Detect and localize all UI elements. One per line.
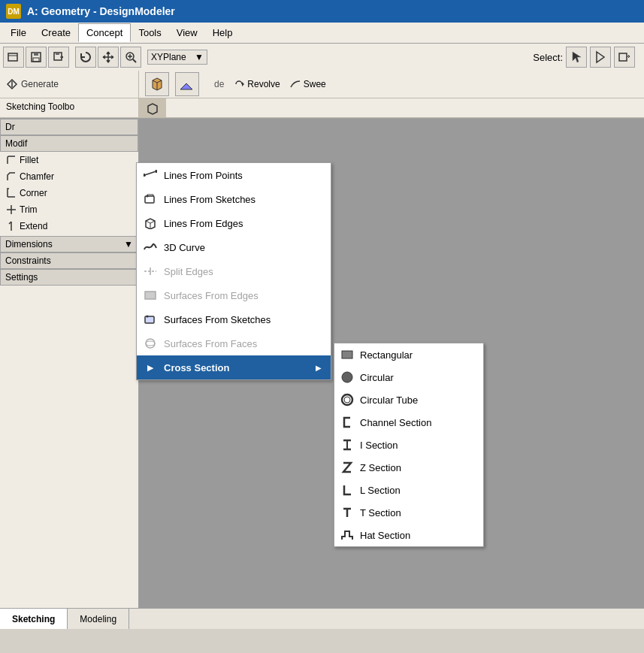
rectangular-icon bbox=[340, 348, 354, 361]
l-section-icon bbox=[340, 483, 354, 497]
zoom-button[interactable] bbox=[120, 47, 141, 68]
circular-icon bbox=[340, 370, 354, 384]
svg-rect-24 bbox=[145, 292, 156, 299]
lines-from-sketches-icon bbox=[143, 192, 158, 207]
refresh-button[interactable] bbox=[75, 47, 96, 68]
title-text: A: Geometry - DesignModeler bbox=[27, 5, 175, 17]
constraints-header[interactable]: Constraints bbox=[0, 252, 138, 269]
settings-header[interactable]: Settings bbox=[0, 269, 138, 286]
generate-button[interactable]: Generate bbox=[6, 78, 59, 90]
save-button[interactable] bbox=[26, 47, 47, 68]
revolve-button[interactable]: Revolve bbox=[230, 77, 283, 92]
corner-item[interactable]: Corner bbox=[0, 185, 138, 201]
cs-hat-section[interactable]: Hat Section bbox=[334, 524, 483, 546]
cs-i-section[interactable]: I Section bbox=[334, 434, 483, 456]
surfaces-from-sketches-icon bbox=[143, 312, 158, 327]
plane-dropdown[interactable]: XYPlane ▼ bbox=[147, 50, 207, 65]
menu-file[interactable]: File bbox=[3, 24, 34, 41]
bottom-tabs: Sketching Modeling bbox=[0, 608, 644, 629]
surfaces-from-faces-icon bbox=[143, 336, 158, 351]
svg-point-30 bbox=[342, 372, 352, 382]
svg-point-17 bbox=[144, 174, 146, 177]
svg-line-19 bbox=[146, 172, 155, 175]
cs-rectangular[interactable]: Rectangular bbox=[334, 343, 483, 366]
lines-from-points-icon bbox=[143, 168, 158, 183]
open-button[interactable] bbox=[3, 47, 24, 68]
svg-rect-0 bbox=[8, 53, 17, 61]
lines-from-edges-icon bbox=[143, 216, 158, 231]
menu-item-surfaces-from-sketches[interactable]: Surfaces From Sketches bbox=[137, 307, 331, 331]
cross-section-arrow: ▶ bbox=[316, 364, 322, 372]
split-edges-icon bbox=[143, 264, 158, 279]
modify-header[interactable]: Modif bbox=[0, 135, 138, 152]
tab-modeling[interactable]: Modeling bbox=[68, 609, 129, 629]
t-section-icon bbox=[340, 506, 354, 519]
menu-help[interactable]: Help bbox=[205, 24, 240, 41]
3d-curve-icon bbox=[143, 240, 158, 255]
menu-item-3d-curve[interactable]: 3D Curve bbox=[137, 235, 331, 259]
3d-body-button[interactable] bbox=[145, 72, 169, 96]
select-label: Select: bbox=[533, 52, 563, 63]
svg-point-26 bbox=[147, 316, 149, 318]
tab-sketching[interactable]: Sketching bbox=[0, 609, 68, 629]
trim-item[interactable]: Trim bbox=[0, 201, 138, 218]
menu-tools[interactable]: Tools bbox=[131, 24, 168, 41]
hat-section-icon bbox=[340, 528, 354, 542]
svg-rect-5 bbox=[56, 53, 59, 55]
menu-item-surfaces-from-faces: Surfaces From Faces bbox=[137, 331, 331, 355]
svg-point-18 bbox=[155, 170, 157, 173]
surfaces-from-edges-icon bbox=[143, 288, 158, 303]
surface-button[interactable] bbox=[175, 72, 199, 96]
select-arrow-button[interactable] bbox=[566, 47, 587, 68]
select-mode-button[interactable] bbox=[590, 47, 611, 68]
svg-rect-29 bbox=[342, 351, 352, 358]
toolbar-area: XYPlane ▼ Select: Generate bbox=[0, 44, 644, 119]
select-bar: Select: bbox=[533, 47, 641, 68]
cs-z-section[interactable]: Z Section bbox=[334, 456, 483, 479]
channel-section-icon bbox=[340, 416, 354, 429]
menu-view[interactable]: View bbox=[169, 24, 205, 41]
select-box-button[interactable] bbox=[614, 47, 635, 68]
svg-line-7 bbox=[133, 59, 136, 62]
circular-tube-icon bbox=[340, 393, 354, 407]
cs-t-section[interactable]: T Section bbox=[334, 501, 483, 524]
svg-point-21 bbox=[147, 195, 149, 198]
menu-create[interactable]: Create bbox=[34, 24, 78, 41]
cs-circular[interactable]: Circular bbox=[334, 366, 483, 388]
sweep-button[interactable]: Swee bbox=[286, 77, 329, 92]
cs-channel-section[interactable]: Channel Section bbox=[334, 411, 483, 434]
concept-menu[interactable]: Lines From Points Lines From Sketches Li… bbox=[136, 162, 331, 380]
save-as-button[interactable] bbox=[48, 47, 69, 68]
menu-item-lines-from-edges[interactable]: Lines From Edges bbox=[137, 211, 331, 235]
menu-item-surfaces-from-edges: Surfaces From Edges bbox=[137, 283, 331, 307]
svg-rect-2 bbox=[34, 53, 38, 56]
i-section-icon bbox=[340, 438, 354, 452]
toolbar-row3-right bbox=[139, 98, 166, 117]
draw-header[interactable]: Dr bbox=[0, 119, 138, 135]
cross-section-icon: ▶ bbox=[143, 360, 158, 375]
svg-point-32 bbox=[344, 397, 350, 403]
move-button[interactable] bbox=[98, 47, 119, 68]
svg-rect-10 bbox=[619, 53, 627, 61]
sketching-toolbox-label: Sketching Toolbo bbox=[0, 98, 139, 117]
cs-circular-tube[interactable]: Circular Tube bbox=[334, 388, 483, 411]
menu-item-split-edges: Split Edges bbox=[137, 259, 331, 283]
cs-l-section[interactable]: L Section bbox=[334, 479, 483, 501]
svg-point-28 bbox=[146, 341, 155, 346]
title-bar: DM A: Geometry - DesignModeler bbox=[0, 0, 644, 23]
menu-item-lines-from-sketches[interactable]: Lines From Sketches bbox=[137, 187, 331, 211]
extend-item[interactable]: Extend bbox=[0, 218, 138, 234]
menu-concept[interactable]: Concept bbox=[78, 23, 131, 42]
menu-bar: File Create Concept Tools View Help bbox=[0, 23, 644, 44]
dimensions-header[interactable]: Dimensions ▼ bbox=[0, 236, 138, 252]
main-area: Dr Modif Fillet Chamfer Corner Trim Exte… bbox=[0, 119, 644, 608]
menu-item-lines-from-points[interactable]: Lines From Points bbox=[137, 163, 331, 187]
fillet-item[interactable]: Fillet bbox=[0, 152, 138, 168]
toolbar-row-1: XYPlane ▼ Select: bbox=[0, 44, 644, 71]
chamfer-item[interactable]: Chamfer bbox=[0, 168, 138, 185]
left-sidebar: Dr Modif Fillet Chamfer Corner Trim Exte… bbox=[0, 119, 139, 608]
cross-section-submenu[interactable]: Rectangular Circular Circular Tube bbox=[334, 343, 484, 547]
z-section-icon bbox=[340, 461, 354, 474]
extrude-button[interactable]: de bbox=[211, 77, 227, 91]
menu-item-cross-section[interactable]: ▶ Cross Section ▶ bbox=[137, 355, 331, 379]
